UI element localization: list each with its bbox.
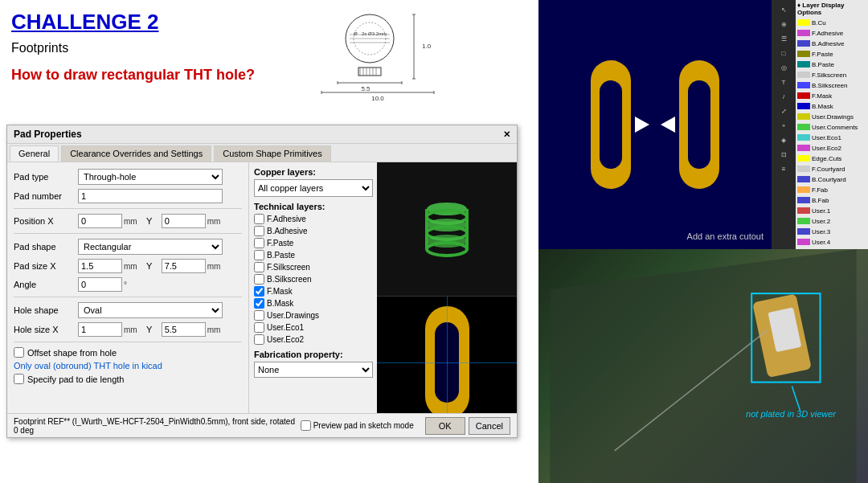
- pad-size-y-input[interactable]: [162, 259, 206, 273]
- svg-text:5.5: 5.5: [361, 85, 371, 92]
- toolbar-icon-7[interactable]: /: [774, 90, 793, 103]
- layer-item: F.Courtyard: [797, 164, 866, 174]
- layer-item: B.Adhesive: [797, 39, 866, 48]
- die-checkbox[interactable]: [14, 374, 24, 384]
- toolbar-icon-8[interactable]: ⤢: [774, 104, 793, 117]
- toolbar-icon-6[interactable]: T: [774, 76, 793, 88]
- right-toolbar: ↖ ⊕ ☰ □ ◎ T / ⤢ + ◈ ⊡ ≡: [772, 0, 796, 249]
- layer-color: [797, 92, 810, 99]
- left-pad-group: [591, 60, 631, 189]
- dialog-tabs: General Clearance Overrides and Settings…: [7, 144, 517, 162]
- layer-color: [797, 145, 810, 151]
- hole-size-x-input[interactable]: [78, 322, 122, 337]
- arrow-right-icon: [635, 117, 649, 133]
- layer-color: [797, 176, 810, 182]
- pad-shape-label: Pad shape: [14, 242, 78, 252]
- form-area: Pad type Through-hole Pad number Positio…: [7, 162, 248, 429]
- layer-name: F.Fab: [812, 186, 828, 194]
- layer-item: F.Silkscreen: [797, 70, 866, 80]
- layer-b-paste: B.Paste: [254, 250, 372, 260]
- toolbar-icon-5[interactable]: ◎: [774, 61, 793, 74]
- layer-color: [797, 51, 810, 57]
- layer-b-paste-check[interactable]: [254, 250, 264, 260]
- layer-name: B.Silkscreen: [812, 82, 847, 89]
- layer-f-paste-label: F.Paste: [267, 239, 293, 248]
- pad-type-select[interactable]: Through-hole: [78, 169, 223, 185]
- hole-shape-label: Hole shape: [14, 305, 78, 315]
- toolbar-icon-3[interactable]: ☰: [774, 32, 793, 45]
- tab-general[interactable]: General: [10, 145, 59, 162]
- hole-shape-select[interactable]: Oval: [78, 302, 223, 318]
- layer-item: B.Mask: [797, 101, 866, 111]
- layer-b-mask-check[interactable]: [254, 298, 264, 309]
- layer-f-silkscreen-label: F.Silkscreen: [267, 263, 310, 272]
- angle-degree: °: [124, 280, 127, 289]
- toolbar-icon-12[interactable]: ≡: [774, 162, 793, 175]
- layer-f-mask-check[interactable]: [254, 286, 264, 297]
- layer-f-silkscreen: F.Silkscreen: [254, 262, 372, 272]
- tab-custom-shape[interactable]: Custom Shape Primitives: [214, 145, 331, 162]
- layer-user-eco2-check[interactable]: [254, 334, 264, 345]
- layer-b-adhesive-check[interactable]: [254, 226, 264, 236]
- pad-shape-row: Pad shape Rectangular: [14, 239, 242, 255]
- svg-text:Ø: Ø: [354, 31, 358, 36]
- layer-b-mask: B.Mask: [254, 298, 372, 309]
- toolbar-icon-11[interactable]: ⊡: [774, 148, 793, 161]
- tab-clearance[interactable]: Clearance Overrides and Settings: [61, 145, 211, 162]
- dialog-close-button[interactable]: ✕: [503, 129, 510, 140]
- layer-f-adhesive-check[interactable]: [254, 214, 264, 224]
- preview-bottom: [377, 297, 517, 430]
- ok-button[interactable]: OK: [425, 417, 465, 435]
- layer-user-eco1-check[interactable]: [254, 322, 264, 333]
- pad-number-input[interactable]: [78, 189, 223, 203]
- position-y-input[interactable]: [162, 214, 206, 228]
- layer-item: F.Adhesive: [797, 28, 866, 38]
- offset-label: Offset shape from hole: [27, 348, 117, 358]
- toolbar-icon-1[interactable]: ↖: [774, 3, 793, 16]
- layer-user-drawings-check[interactable]: [254, 310, 264, 321]
- preview-sketch-checkbox[interactable]: [301, 420, 311, 431]
- layer-item: User.2: [797, 216, 866, 226]
- layer-item: B.Paste: [797, 59, 866, 69]
- toolbar-icon-9[interactable]: +: [774, 119, 793, 132]
- dialog-titlebar: Pad Properties ✕: [7, 125, 517, 144]
- fab-select[interactable]: None: [254, 362, 373, 378]
- dialog-bottombar: Footprint REF** (l_Wurth_WE-HCFT-2504_Pi…: [7, 413, 517, 437]
- angle-input[interactable]: [78, 277, 122, 292]
- layer-f-paste-check[interactable]: [254, 238, 264, 248]
- pad-shape-select[interactable]: Rectangular: [78, 239, 223, 255]
- layer-user-drawings-label: User.Drawings: [267, 311, 319, 320]
- hole-size-y-input[interactable]: [162, 322, 206, 337]
- layer-f-paste: F.Paste: [254, 238, 372, 248]
- svg-text:1.0: 1.0: [422, 43, 432, 50]
- cancel-button[interactable]: Cancel: [469, 417, 510, 435]
- hole-size-row: Hole size X mm Y mm: [14, 322, 242, 337]
- copper-layers-select[interactable]: All copper layers: [254, 179, 373, 197]
- pcb-view: Add an extra cutout: [538, 0, 772, 249]
- pcb-pads-container: [591, 60, 719, 189]
- layers-panel: Copper layers: All copper layers Technic…: [248, 162, 377, 429]
- pad-number-label: Pad number: [14, 191, 78, 201]
- layer-f-silkscreen-check[interactable]: [254, 262, 264, 272]
- layer-b-silkscreen-check[interactable]: [254, 274, 264, 284]
- layer-item: Edge.Cuts: [797, 153, 866, 163]
- toolbar-icon-10[interactable]: ◈: [774, 133, 793, 146]
- layer-name: F.Paste: [812, 51, 833, 58]
- layer-name: F.Silkscreen: [812, 72, 846, 79]
- pad-number-row: Pad number: [14, 189, 242, 203]
- layer-item: User.Eco1: [797, 133, 866, 142]
- dialog-title: Pad Properties: [14, 129, 82, 140]
- info-text: Only oval (obround) THT hole in kicad: [14, 361, 242, 370]
- position-x-input[interactable]: [78, 214, 122, 228]
- pad-size-x-input[interactable]: [78, 259, 122, 273]
- layer-color: [797, 113, 810, 120]
- layer-color: [797, 30, 810, 36]
- position-x-label: Position X: [14, 216, 78, 226]
- layer-color: [797, 72, 810, 78]
- toolbar-icon-2[interactable]: ⊕: [774, 18, 793, 31]
- copper-layers-label: Copper layers:: [254, 167, 372, 177]
- right-bottom: not plated in 3D viewer: [538, 249, 868, 483]
- offset-checkbox[interactable]: [14, 347, 24, 358]
- layer-name: User.3: [812, 228, 830, 235]
- toolbar-icon-4[interactable]: □: [774, 47, 793, 59]
